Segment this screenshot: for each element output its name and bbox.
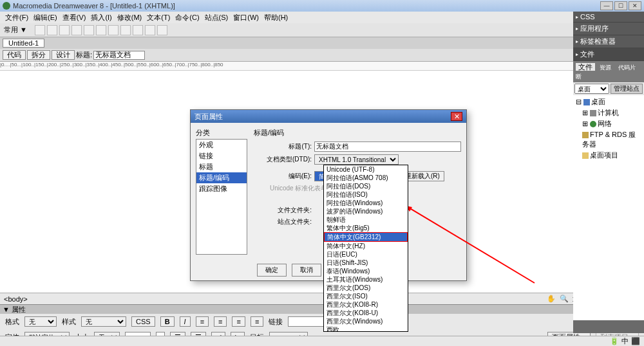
encoding-option[interactable]: 阿拉伯语(DOS) xyxy=(324,182,408,190)
category-list[interactable]: 外观 链接 标题 标题/编码 跟踪图像 xyxy=(196,139,247,255)
encoding-option[interactable]: 繁体中文(Big5) xyxy=(324,224,408,232)
cat-title-encoding[interactable]: 标题/编码 xyxy=(196,172,247,183)
design-view-button[interactable]: 设计 xyxy=(52,50,75,60)
menu-text[interactable]: 文本(T) xyxy=(146,13,171,23)
file-tree[interactable]: ⊟ 桌面 ⊞ 计算机 ⊞ 网络 FTP & RDS 服务器 桌面项目 xyxy=(573,95,644,320)
tool-icon[interactable] xyxy=(157,25,167,35)
close-button[interactable]: ✕ xyxy=(629,1,641,10)
encoding-option[interactable]: 西里尔文(DOS) xyxy=(324,284,408,292)
code-view-button[interactable]: 代码 xyxy=(3,50,26,60)
dialog-close-button[interactable]: ✕ xyxy=(451,112,462,121)
menu-edit[interactable]: 编辑(E) xyxy=(32,13,59,23)
style-select[interactable]: 无 xyxy=(81,316,126,327)
assets-tab[interactable]: 资源 xyxy=(597,64,614,71)
tool-icon[interactable] xyxy=(71,25,82,35)
folder-label: 文件文件夹: xyxy=(254,206,312,215)
tool-icon[interactable] xyxy=(35,25,45,35)
files-tab[interactable]: 文件 xyxy=(576,63,595,71)
encoding-option[interactable]: 阿拉伯语(ASMO 708) xyxy=(324,174,408,182)
encoding-option[interactable]: 朝鲜语 xyxy=(324,215,408,224)
tool-icon[interactable] xyxy=(59,25,70,35)
toolbar-label[interactable]: 常用 ▼ xyxy=(4,25,27,35)
menu-help[interactable]: 帮助(H) xyxy=(263,13,289,23)
encoding-option[interactable]: 阿拉伯语(ISO) xyxy=(324,190,408,199)
tool-icon[interactable] xyxy=(96,25,106,35)
tool-icon[interactable] xyxy=(108,25,118,35)
tray-icon[interactable]: 🔋 xyxy=(610,337,619,345)
css-button[interactable]: CSS xyxy=(131,316,155,327)
encoding-option[interactable]: 阿拉伯语(Windows) xyxy=(324,199,408,207)
encoding-option[interactable]: 波罗的语(Windows) xyxy=(324,207,408,215)
align-justify-icon[interactable]: ≡ xyxy=(251,316,263,327)
title-input[interactable] xyxy=(93,51,145,60)
app-accordion[interactable]: 应用程序 xyxy=(573,23,644,35)
site-select[interactable]: 桌面 xyxy=(574,84,609,94)
menu-command[interactable]: 命令(C) xyxy=(174,13,200,23)
tag-accordion[interactable]: 标签检查器 xyxy=(573,35,644,48)
encoding-option[interactable]: 西里尔文(Windows) xyxy=(324,317,408,325)
files-accordion[interactable]: 文件 xyxy=(573,48,644,61)
menu-file[interactable]: 文件(F) xyxy=(4,13,30,23)
menu-view[interactable]: 查看(V) xyxy=(61,13,88,23)
taskbar: 🔋 中 ⬛ xyxy=(0,336,644,346)
tray-lang[interactable]: 中 xyxy=(621,336,629,346)
title-field[interactable] xyxy=(314,141,461,152)
align-center-icon[interactable]: ≡ xyxy=(214,316,227,327)
encoding-option[interactable]: 简体中文(GB2312) xyxy=(324,232,408,242)
manage-sites-button[interactable]: 管理站点 xyxy=(611,84,643,94)
menu-site[interactable]: 站点(S) xyxy=(204,13,230,23)
cat-tracing[interactable]: 跟踪图像 xyxy=(196,183,247,194)
cat-headings[interactable]: 标题 xyxy=(196,161,247,172)
ftp-icon xyxy=(582,132,589,138)
menu-window[interactable]: 窗口(W) xyxy=(232,13,260,23)
app-icon xyxy=(3,2,10,10)
minimize-button[interactable]: — xyxy=(600,1,613,10)
italic-button[interactable]: I xyxy=(180,316,191,327)
encoding-option[interactable]: 日语(EUC) xyxy=(324,250,408,259)
menu-insert[interactable]: 插入(I) xyxy=(90,13,113,23)
encoding-option[interactable]: 简体中文(HZ) xyxy=(324,242,408,250)
zoom-icon[interactable]: 🔍 xyxy=(560,295,569,303)
title-label: 标题: xyxy=(76,50,92,60)
cat-appearance[interactable]: 外观 xyxy=(196,140,247,150)
tool-icon[interactable] xyxy=(84,25,94,35)
bold-button[interactable]: B xyxy=(160,316,175,327)
statusbar: <body> ✋ 🔍 100% ▼ 1683 x 696 xyxy=(0,293,644,304)
tool-icon[interactable] xyxy=(120,25,131,35)
doc-tab[interactable]: Untitled-1 xyxy=(3,39,44,48)
folder-icon xyxy=(582,152,589,159)
style-label: 样式 xyxy=(62,317,76,327)
hand-tool-icon[interactable]: ✋ xyxy=(547,295,556,303)
cancel-button[interactable]: 取消 xyxy=(292,264,321,277)
tray-icon[interactable]: ⬛ xyxy=(631,337,640,345)
encoding-option[interactable]: Unicode (UTF-8) xyxy=(324,165,408,174)
tool-icon[interactable] xyxy=(47,25,57,35)
tool-icon[interactable] xyxy=(145,25,155,35)
encoding-option[interactable]: 泰语(Windows) xyxy=(324,267,408,275)
format-label: 格式 xyxy=(5,317,19,327)
maximize-button[interactable]: ☐ xyxy=(614,1,627,10)
css-accordion[interactable]: CSS xyxy=(573,12,644,23)
cat-links[interactable]: 链接 xyxy=(196,150,247,161)
encoding-option[interactable]: 西里尔文(ISO) xyxy=(324,292,408,300)
encoding-option[interactable]: 日语(Shift-JIS) xyxy=(324,259,408,267)
desktop-icon xyxy=(583,99,590,105)
menu-modify[interactable]: 修改(M) xyxy=(116,13,144,23)
format-select[interactable]: 无 xyxy=(24,316,57,327)
dtd-select[interactable]: XHTML 1.0 Transitional xyxy=(314,154,399,165)
encoding-dropdown[interactable]: Unicode (UTF-8)阿拉伯语(ASMO 708)阿拉伯语(DOS)阿拉… xyxy=(323,165,408,332)
category-label: 分类 xyxy=(196,128,247,138)
split-view-button[interactable]: 拆分 xyxy=(27,50,50,60)
ok-button[interactable]: 确定 xyxy=(257,264,287,277)
encoding-option[interactable]: 西里尔文(KOI8-R) xyxy=(324,300,408,309)
dialog-title: 页面属性 xyxy=(194,112,223,122)
tool-icon[interactable] xyxy=(133,25,143,35)
encoding-option[interactable]: 土耳其语(Windows) xyxy=(324,275,408,284)
align-right-icon[interactable]: ≡ xyxy=(232,316,245,327)
tag-selector[interactable]: <body> xyxy=(4,295,28,303)
network-icon xyxy=(590,121,596,127)
encoding-option[interactable]: 西里尔文(KOI8-U) xyxy=(324,309,408,317)
encoding-option[interactable]: 西欧 xyxy=(324,325,408,332)
align-left-icon[interactable]: ≡ xyxy=(196,316,209,327)
props-header[interactable]: ▼ 属性 xyxy=(0,305,644,314)
